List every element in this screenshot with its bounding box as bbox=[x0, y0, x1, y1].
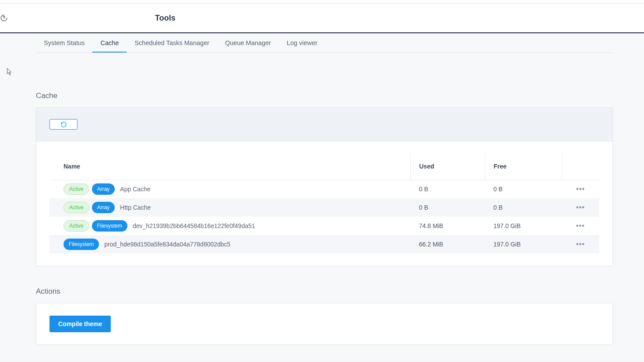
col-header-actions bbox=[562, 153, 599, 180]
tab-scheduled-tasks-manager[interactable]: Scheduled Tasks Manager bbox=[127, 33, 217, 53]
row-name-text: prod_hde98d150a5fe834da04a778d8002dbc5 bbox=[104, 241, 230, 248]
cell-free: 197.0 GiB bbox=[485, 235, 562, 253]
tab-cache[interactable]: Cache bbox=[92, 33, 127, 53]
cell-name: ActiveFilesystemdev_h21939b2bb644584b16e… bbox=[49, 217, 410, 235]
badge-array: Array bbox=[92, 183, 115, 195]
refresh-icon bbox=[60, 121, 67, 128]
tab-queue-manager[interactable]: Queue Manager bbox=[217, 33, 279, 53]
cell-used: 74.8 MiB bbox=[410, 217, 485, 235]
table-row: ActiveArrayHttp Cache0 B0 B••• bbox=[49, 198, 599, 217]
cell-name: Filesystemprod_hde98d150a5fe834da04a778d… bbox=[49, 235, 410, 253]
actions-card: Compile theme bbox=[36, 303, 613, 345]
table-row: ActiveFilesystemdev_h21939b2bb644584b16e… bbox=[49, 217, 599, 235]
cache-table: Name Used Free ActiveArrayApp Cache0 B0 … bbox=[49, 153, 599, 253]
compile-theme-button[interactable]: Compile theme bbox=[49, 316, 111, 332]
refresh-button[interactable] bbox=[49, 119, 77, 130]
cache-card: Name Used Free ActiveArrayApp Cache0 B0 … bbox=[36, 107, 613, 266]
cell-name: ActiveArrayHttp Cache bbox=[49, 198, 410, 217]
cursor-icon bbox=[7, 68, 13, 76]
cache-toolbar bbox=[36, 108, 612, 141]
top-divider bbox=[0, 0, 644, 4]
tab-log-viewer[interactable]: Log viewer bbox=[279, 33, 325, 53]
cell-free: 0 B bbox=[485, 180, 562, 198]
table-row: Filesystemprod_hde98d150a5fe834da04a778d… bbox=[49, 235, 599, 253]
col-header-name[interactable]: Name bbox=[49, 153, 410, 180]
cache-section-title: Cache bbox=[36, 91, 613, 100]
cell-free: 197.0 GiB bbox=[485, 217, 562, 235]
more-icon[interactable]: ••• bbox=[576, 240, 585, 248]
col-header-used[interactable]: Used bbox=[410, 153, 485, 180]
svg-point-0 bbox=[4, 19, 4, 20]
cell-used: 66.2 MiB bbox=[410, 235, 485, 253]
cell-name: ActiveArrayApp Cache bbox=[49, 180, 410, 198]
tab-bar: System StatusCacheScheduled Tasks Manage… bbox=[36, 33, 613, 53]
row-name-text: App Cache bbox=[120, 186, 150, 193]
actions-section-title: Actions bbox=[36, 287, 613, 296]
cell-actions: ••• bbox=[562, 198, 599, 217]
page-title: Tools bbox=[155, 14, 176, 23]
cell-used: 0 B bbox=[410, 180, 485, 198]
row-name-text: dev_h21939b2bb644584b16e122fe0f49da51 bbox=[133, 222, 255, 229]
more-icon[interactable]: ••• bbox=[576, 185, 585, 193]
badge-active: Active bbox=[63, 220, 89, 232]
row-name-text: Http Cache bbox=[120, 204, 151, 211]
badge-active: Active bbox=[63, 183, 89, 195]
title-bar: Tools bbox=[0, 4, 644, 33]
col-header-free[interactable]: Free bbox=[485, 153, 562, 180]
more-icon[interactable]: ••• bbox=[576, 204, 585, 211]
cell-used: 0 B bbox=[410, 198, 485, 217]
table-row: ActiveArrayApp Cache0 B0 B••• bbox=[49, 180, 599, 198]
badge-filesystem: Filesystem bbox=[92, 220, 127, 232]
cell-actions: ••• bbox=[562, 217, 599, 235]
cell-actions: ••• bbox=[562, 180, 599, 198]
cell-free: 0 B bbox=[485, 198, 562, 217]
more-icon[interactable]: ••• bbox=[576, 222, 585, 229]
badge-filesystem: Filesystem bbox=[63, 239, 99, 250]
tab-system-status[interactable]: System Status bbox=[36, 33, 92, 53]
cell-actions: ••• bbox=[562, 235, 599, 253]
badge-array: Array bbox=[92, 202, 115, 213]
badge-active: Active bbox=[63, 202, 89, 213]
help-icon[interactable] bbox=[0, 14, 8, 22]
